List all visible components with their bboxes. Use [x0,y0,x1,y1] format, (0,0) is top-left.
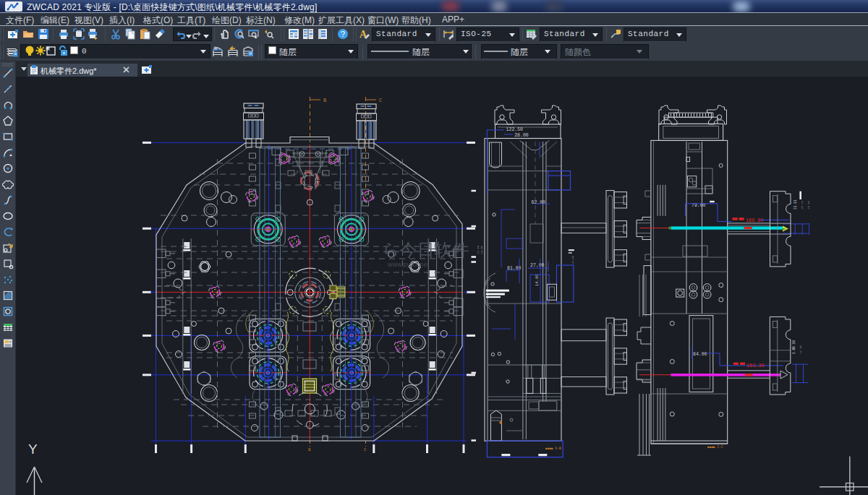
svg-text:28.00: 28.00 [514,133,529,138]
svg-text:12.25: 12.25 [477,245,480,254]
svg-text:ら今日软件: ら今日软件 [382,240,469,259]
svg-text:■■■■ b-B: ■■■■ b-B [545,447,561,450]
svg-text:Y: Y [28,442,38,457]
svg-text:B: B [308,447,311,452]
svg-text:62.00: 62.00 [532,200,546,205]
svg-text:19.25: 19.25 [571,255,574,264]
svg-text:10.00: 10.00 [480,245,483,254]
svg-text:163.30: 163.30 [746,363,764,369]
svg-text:?: ? [341,30,345,38]
svg-text:27.00: 27.00 [530,263,545,268]
svg-text:10 13: 10 13 [801,200,804,210]
svg-text:186.90: 186.90 [746,218,763,223]
svg-text:www.pyjxx.net: www.pyjxx.net [387,261,430,268]
svg-text:122.50: 122.50 [506,127,524,132]
svg-text:18 20: 18 20 [807,200,810,210]
svg-text:B: B [323,98,326,103]
svg-text:14.00: 14.00 [535,274,540,286]
svg-text:1.00 10: 1.00 10 [792,340,796,354]
svg-text:84.00: 84.00 [693,352,707,357]
svg-text:C: C [379,98,382,103]
svg-text:C: C [364,447,367,452]
svg-text:■■■■ C-C: ■■■■ C-C [707,445,723,449]
svg-text:23 13: 23 13 [793,199,797,210]
svg-text:12 30: 12 30 [799,345,802,354]
